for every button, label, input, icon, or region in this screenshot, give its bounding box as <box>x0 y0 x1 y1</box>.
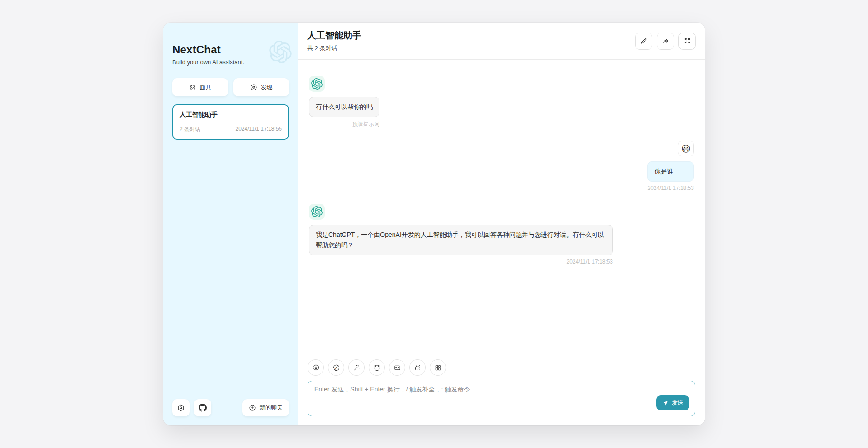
fullscreen-icon <box>683 37 691 45</box>
message-content: 我是ChatGPT，一个由OpenAI开发的人工智能助手，我可以回答各种问题并与… <box>309 220 613 265</box>
github-icon <box>199 404 207 412</box>
settings-button[interactable] <box>172 399 190 416</box>
share-button[interactable] <box>657 33 674 50</box>
openai-logo-icon <box>311 78 323 90</box>
message-meta: 预设提示词 <box>352 120 379 128</box>
chat-item-info: 2 条对话 2024/11/1 17:18:55 <box>180 126 282 133</box>
nextchat-watermark-logo-icon <box>269 41 292 63</box>
chat-item-title: 人工智能助手 <box>180 111 282 119</box>
send-icon <box>662 400 669 406</box>
theme-auto-icon: A <box>332 364 340 372</box>
chat-message-list[interactable]: 有什么可以帮你的吗 预设提示词 😃 你是谁 2024/11/1 17:18:53… <box>298 60 705 354</box>
github-button[interactable] <box>194 399 211 416</box>
sidebar-spacer <box>172 140 289 399</box>
rename-button[interactable] <box>635 33 652 50</box>
prompt-wand-icon <box>353 364 360 372</box>
masks-button[interactable]: 面具 <box>172 78 228 96</box>
chat-toolbar: A <box>308 359 695 376</box>
send-button[interactable]: 发送 <box>656 395 689 410</box>
sidebar: NextChat Build your own AI assistant. 面具 <box>163 23 298 425</box>
chat-message-assistant: 我是ChatGPT，一个由OpenAI开发的人工智能助手，我可以回答各种问题并与… <box>309 204 694 265</box>
robot-model-button[interactable] <box>409 359 426 376</box>
chat-header-text: 人工智能助手 共 2 条对话 <box>307 29 361 52</box>
chat-header-actions <box>635 33 696 50</box>
sidebar-footer: 新的聊天 <box>172 399 289 416</box>
fullscreen-button[interactable] <box>678 33 696 50</box>
robot-model-icon <box>414 364 422 372</box>
settings-icon <box>177 404 185 412</box>
discover-button[interactable]: 发现 <box>233 78 289 96</box>
message-bubble[interactable]: 有什么可以帮你的吗 <box>309 97 379 117</box>
new-chat-button[interactable]: 新的聊天 <box>242 399 289 416</box>
assistant-avatar <box>309 204 325 220</box>
sidebar-quick-buttons: 面具 发现 <box>172 78 289 96</box>
prompt-wand-button[interactable] <box>348 359 365 376</box>
chat-item-time: 2024/11/1 17:18:55 <box>235 126 282 133</box>
message-content: 你是谁 2024/11/1 17:18:53 <box>647 156 694 191</box>
share-icon <box>662 37 669 45</box>
new-chat-button-label: 新的聊天 <box>259 404 283 412</box>
chat-input-panel: A <box>298 354 705 425</box>
chat-title[interactable]: 人工智能助手 <box>307 29 361 42</box>
mask-icon <box>189 84 196 91</box>
assistant-avatar <box>309 76 325 92</box>
shortcut-grid-button[interactable] <box>430 359 446 376</box>
svg-text:A: A <box>335 366 337 369</box>
chat-item-count: 2 条对话 <box>180 126 200 133</box>
discover-button-label: 发现 <box>261 83 273 91</box>
shortcut-grid-icon <box>434 364 442 372</box>
plus-circle-icon <box>249 404 256 411</box>
app-window: NextChat Build your own AI assistant. 面具 <box>163 23 705 425</box>
chat-panel: 人工智能助手 共 2 条对话 <box>298 23 705 425</box>
message-content: 有什么可以帮你的吗 预设提示词 <box>309 92 379 128</box>
message-timestamp: 2024/11/1 17:18:53 <box>566 259 613 265</box>
message-bubble[interactable]: 你是谁 <box>647 161 694 182</box>
model-settings-icon <box>312 364 320 372</box>
discover-icon <box>250 84 257 91</box>
chat-message-count: 共 2 条对话 <box>307 44 361 52</box>
send-button-label: 发送 <box>672 399 683 407</box>
mask-icon <box>373 364 381 372</box>
rename-icon <box>640 37 648 45</box>
message-bubble[interactable]: 我是ChatGPT，一个由OpenAI开发的人工智能助手，我可以回答各种问题并与… <box>309 225 613 255</box>
user-avatar: 😃 <box>678 141 694 156</box>
openai-logo-icon <box>311 206 323 217</box>
chat-header: 人工智能助手 共 2 条对话 <box>298 23 705 60</box>
chat-input[interactable] <box>314 386 688 411</box>
masks-button-label: 面具 <box>200 83 212 91</box>
chat-message-assistant: 有什么可以帮你的吗 预设提示词 <box>309 76 694 128</box>
theme-auto-button[interactable]: A <box>328 359 344 376</box>
chat-list-item-selected[interactable]: 人工智能助手 2 条对话 2024/11/1 17:18:55 <box>172 104 289 140</box>
message-timestamp: 2024/11/1 17:18:53 <box>647 185 694 191</box>
masks-toolbar-button[interactable] <box>369 359 385 376</box>
clear-context-icon <box>394 364 401 372</box>
model-settings-button[interactable] <box>308 359 324 376</box>
chat-input-container: 发送 <box>308 381 695 416</box>
chat-message-user: 😃 你是谁 2024/11/1 17:18:53 <box>309 141 694 191</box>
clear-context-button[interactable] <box>389 359 405 376</box>
